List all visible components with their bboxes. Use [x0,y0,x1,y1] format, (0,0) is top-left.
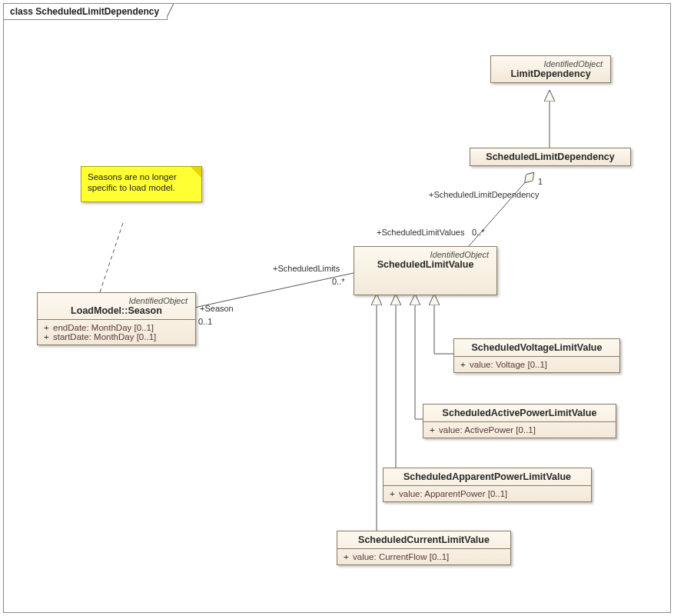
attr: endDate: MonthDay [0..1] [53,323,154,332]
attr: value: CurrentFlow [0..1] [353,552,449,561]
label-sld-mult: 1 [538,177,543,186]
class-limit-dependency: IdentifiedObject LimitDependency [490,55,611,83]
stereotype: IdentifiedObject [42,296,191,305]
note-text: Seasons are no longer specific to load m… [88,172,177,192]
class-name: LimitDependency [496,68,606,79]
note-season: Seasons are no longer specific to load m… [81,166,202,202]
class-season: IdentifiedObject LoadModel::Season +endD… [37,292,196,345]
attr: value: ApparentPower [0..1] [399,489,507,498]
class-scheduled-apparent-power-limit-value: ScheduledApparentPowerLimitValue +value:… [383,468,592,502]
stereotype: IdentifiedObject [359,250,492,259]
attr: value: Voltage [0..1] [470,360,547,369]
attr: value: ActivePower [0..1] [439,425,536,435]
class-name: ScheduledCurrentLimitValue [342,534,506,545]
label-limits-role: +ScheduledLimits [273,264,340,273]
class-name: ScheduledLimitDependency [475,152,626,162]
class-name: ScheduledLimitValue [359,259,492,270]
attr: startDate: MonthDay [0..1] [53,332,156,341]
class-name: ScheduledActivePowerLimitValue [428,408,611,418]
class-name: LoadModel::Season [42,305,191,316]
class-name: ScheduledVoltageLimitValue [459,342,615,353]
label-season-role: +Season [200,304,234,313]
class-scheduled-limit-dependency: ScheduledLimitDependency [470,148,631,166]
label-limits-mult: 0..* [332,277,345,286]
class-scheduled-limit-value: IdentifiedObject ScheduledLimitValue [354,246,497,295]
class-name: ScheduledApparentPowerLimitValue [388,471,586,482]
label-sld-role: +ScheduledLimitDependency [429,190,539,199]
class-scheduled-voltage-limit-value: ScheduledVoltageLimitValue +value: Volta… [453,338,620,373]
uml-canvas: class ScheduledLimitDependency [0,0,674,616]
class-scheduled-current-limit-value: ScheduledCurrentLimitValue +value: Curre… [337,531,511,565]
attributes: +endDate: MonthDay [0..1] +startDate: Mo… [38,320,195,345]
label-season-mult: 0..1 [198,317,212,326]
label-slv-mult: 0..* [472,228,485,237]
class-scheduled-active-power-limit-value: ScheduledActivePowerLimitValue +value: A… [423,404,616,438]
label-slv-role: +ScheduledLimitValues [377,228,464,237]
diagram-title-tab: class ScheduledLimitDependency [3,3,168,20]
diagram-title: class ScheduledLimitDependency [10,6,159,17]
stereotype: IdentifiedObject [496,59,606,68]
